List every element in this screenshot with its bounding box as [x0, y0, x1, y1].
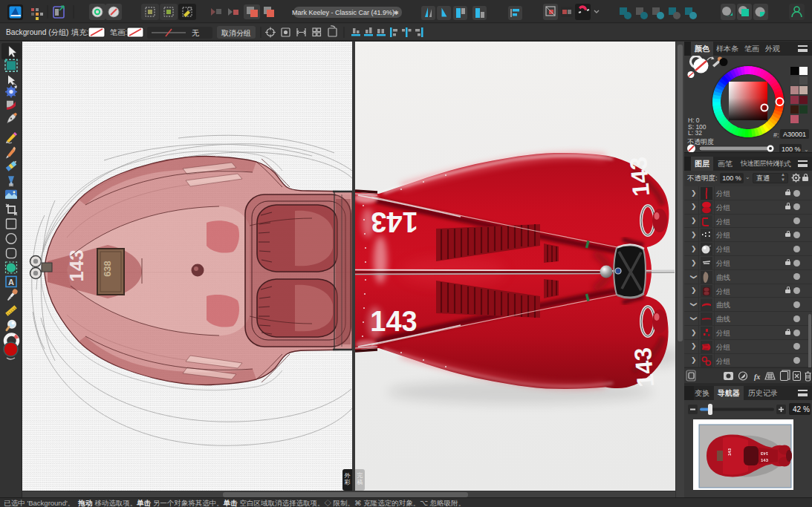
svg-text:无: 无: [192, 29, 200, 37]
svg-text:笔画:: 笔画:: [110, 28, 127, 36]
svg-text:#:: #:: [773, 131, 779, 139]
svg-text:✱: ✱: [394, 10, 399, 16]
svg-text:fx: fx: [754, 373, 760, 381]
svg-text:L: 32: L: 32: [688, 129, 702, 137]
svg-text:143: 143: [761, 458, 769, 462]
svg-text:143: 143: [65, 249, 88, 281]
svg-text:143: 143: [760, 451, 768, 456]
svg-text:143: 143: [625, 156, 655, 197]
svg-text:A: A: [8, 278, 14, 287]
svg-text:Mark Keeley - Classic Car (41.: Mark Keeley - Classic Car (41.9%): [292, 9, 394, 16]
svg-text:143: 143: [727, 448, 732, 456]
svg-text:取消分组: 取消分组: [221, 29, 251, 37]
svg-text:A30001: A30001: [783, 131, 806, 138]
svg-text:638: 638: [102, 261, 113, 277]
svg-text:143: 143: [629, 347, 660, 388]
svg-text:143: 143: [371, 206, 418, 238]
svg-text:填充:: 填充:: [71, 28, 88, 36]
svg-text:Background (分组): Background (分组): [6, 28, 68, 36]
svg-text:143: 143: [370, 306, 417, 337]
